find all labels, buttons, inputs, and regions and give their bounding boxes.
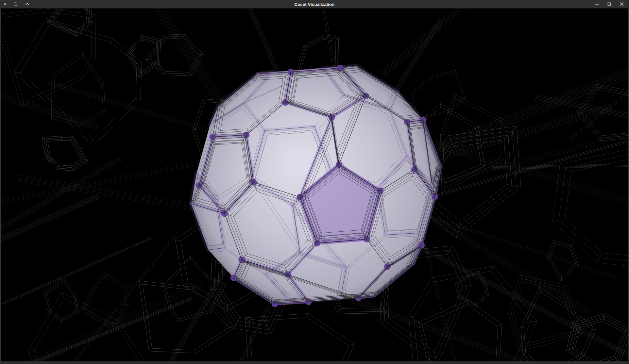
maximize-button[interactable]: [607, 2, 611, 7]
maximize-icon: [607, 2, 611, 6]
circle-icon[interactable]: [14, 2, 17, 6]
window-controls: [594, 2, 629, 7]
minimize-button[interactable]: [594, 2, 599, 7]
app-window: Coset Visualization: [0, 0, 629, 364]
viewport[interactable]: [0, 8, 629, 361]
close-icon: [620, 2, 624, 6]
close-button[interactable]: [619, 2, 624, 7]
chevron-up-icon[interactable]: [25, 3, 29, 6]
titlebar-left-icons: [0, 2, 29, 6]
coset-3d-canvas[interactable]: [1, 8, 628, 361]
window-left-edge: [0, 8, 1, 361]
titlebar: Coset Visualization: [0, 0, 629, 8]
minimize-icon: [595, 2, 599, 6]
window-bottom-edge: [0, 361, 629, 364]
menu-dot-icon[interactable]: [4, 3, 6, 5]
window-title: Coset Visualization: [295, 2, 335, 7]
